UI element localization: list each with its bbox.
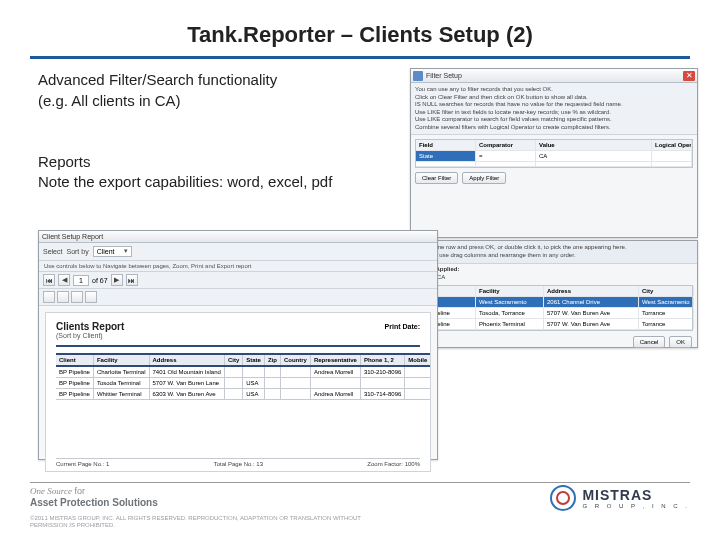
cell: Torrance — [639, 319, 694, 329]
cell: 5707 W. Van Buren Ave — [544, 319, 639, 329]
tagline-em: One Source — [30, 486, 72, 496]
results-grid-header: Client Facility Address City — [416, 286, 692, 297]
cell-value[interactable]: CA — [536, 151, 652, 161]
report-table-row: BP PipelineWhittier Terminal6303 W. Van … — [56, 389, 431, 400]
help-line: IS NULL searches for records that have n… — [415, 101, 693, 109]
help-line: Combine several filters with Logical Ope… — [415, 124, 693, 132]
close-icon[interactable]: ✕ — [683, 71, 695, 81]
ok-button[interactable]: OK — [669, 336, 692, 348]
col-field: Field — [416, 140, 476, 150]
cell: Tosoda, Torrance — [476, 308, 544, 318]
cell-comparator[interactable]: = — [476, 151, 536, 161]
col-city: City — [639, 286, 694, 296]
page-number-input[interactable] — [73, 275, 89, 286]
filter-grid-header: Field Comparator Value Logical Operator — [416, 140, 692, 151]
results-window: Select one row and press OK, or double c… — [410, 240, 698, 348]
results-grid-row[interactable]: West Sacramento 2061 Channel Drive West … — [416, 297, 692, 308]
page-of-label: of 67 — [92, 277, 108, 284]
help-line: Use LIKE comparator to search for field … — [415, 116, 693, 124]
title-rule — [30, 56, 690, 59]
res-instr2: You can use drag columns and rearrange t… — [416, 252, 692, 260]
slide-title: Tank.Reporter – Clients Setup (2) — [0, 0, 720, 56]
th-rep: Representative — [310, 354, 360, 366]
filter-titlebar[interactable]: Filter Setup ✕ — [411, 69, 697, 83]
filters-applied-value: State = CA — [411, 274, 697, 283]
cell-logop[interactable] — [652, 151, 692, 161]
report-window-title: Client Setup Report — [42, 233, 103, 240]
mistras-sub: G R O U P , I N C . — [582, 503, 690, 509]
report-nav-bar: ⏮ ◀ of 67 ▶ ⏭ — [39, 272, 437, 289]
next-page-icon[interactable]: ▶ — [111, 274, 123, 286]
results-instructions: Select one row and press OK, or double c… — [411, 241, 697, 264]
export-pdf-icon[interactable] — [85, 291, 97, 303]
col-address: Address — [544, 286, 639, 296]
sort-select[interactable]: Client — [93, 246, 132, 257]
results-grid[interactable]: Client Facility Address City West Sacram… — [415, 285, 693, 331]
filter-help-text: You can use any to filter records that y… — [411, 83, 697, 135]
cell: 2061 Channel Drive — [544, 297, 639, 307]
results-grid-row[interactable]: BP Pipeline Tosoda, Torrance 5707 W. Van… — [416, 308, 692, 319]
cell: Phoenix Terminal — [476, 319, 544, 329]
cancel-button[interactable]: Cancel — [633, 336, 666, 348]
report-titlebar[interactable]: Client Setup Report — [39, 231, 437, 243]
report-instructions: Use controls below to Navigate between p… — [39, 261, 437, 272]
mistras-ring-icon — [550, 485, 576, 511]
report-title: Clients Report — [56, 321, 420, 332]
footer-current-page: Current Page No.: 1 — [56, 461, 109, 467]
cell-field[interactable]: State — [416, 151, 476, 161]
tagline-rest: for — [72, 486, 85, 496]
apply-filter-button[interactable]: Apply Filter — [462, 172, 506, 184]
report-table-row: BP PipelineTosoda Terminal5707 W. Van Bu… — [56, 378, 431, 389]
filter-app-icon — [413, 71, 423, 81]
brand-band: One Source for Asset Protection Solution… — [0, 482, 720, 540]
print-icon[interactable] — [43, 291, 55, 303]
prev-page-icon[interactable]: ◀ — [58, 274, 70, 286]
report-table-row: BP PipelineCharlotte Terminal7401 Old Mo… — [56, 366, 431, 378]
filter-grid-row[interactable]: State = CA — [416, 151, 692, 162]
filter-grid[interactable]: Field Comparator Value Logical Operator … — [415, 139, 693, 168]
th-country: Country — [280, 354, 310, 366]
report-page: Clients Report (Sort by Client) Print Da… — [45, 312, 431, 472]
report-rule — [56, 345, 420, 347]
filter-setup-window: Filter Setup ✕ You can use any to filter… — [410, 68, 698, 238]
sort-label: Sort by — [66, 248, 88, 255]
report-footer: Current Page No.: 1 Total Page No.: 13 Z… — [56, 458, 420, 467]
help-line: You can use any to filter records that y… — [415, 86, 693, 94]
filter-buttons: Clear Filter Apply Filter — [411, 172, 697, 187]
clear-filter-button[interactable]: Clear Filter — [415, 172, 458, 184]
report-table: Client Facility Address City State Zip C… — [56, 353, 431, 400]
col-value: Value — [536, 140, 652, 150]
footer-zoom: Zoom Factor: 100% — [367, 461, 420, 467]
cell: Torrance — [639, 308, 694, 318]
filter-grid-row-empty[interactable] — [416, 162, 692, 167]
cell: West Sacramento — [476, 297, 544, 307]
help-line: Click on Clear Filter and then click on … — [415, 94, 693, 102]
last-page-icon[interactable]: ⏭ — [126, 274, 138, 286]
report-toolbar: Select Sort by Client — [39, 243, 437, 261]
select-label: Select — [43, 248, 62, 255]
footer-total-pages: Total Page No.: 13 — [214, 461, 263, 467]
th-client: Client — [56, 354, 93, 366]
mistras-logo: MISTRAS G R O U P , I N C . — [550, 485, 690, 511]
export-word-icon[interactable] — [57, 291, 69, 303]
th-city: City — [224, 354, 242, 366]
col-comparator: Comparator — [476, 140, 536, 150]
print-date-label: Print Date: — [385, 323, 420, 330]
report-export-icons — [39, 289, 437, 306]
filters-applied-label: Filters Applied: — [411, 264, 697, 274]
th-zip: Zip — [264, 354, 280, 366]
tagline: One Source for Asset Protection Solution… — [30, 487, 158, 509]
res-instr1: Select one row and press OK, or double c… — [416, 244, 692, 252]
brand-rule — [30, 482, 690, 483]
filter-title: Filter Setup — [426, 72, 683, 79]
export-excel-icon[interactable] — [71, 291, 83, 303]
col-facility: Facility — [476, 286, 544, 296]
col-logop: Logical Operator — [652, 140, 692, 150]
results-grid-row[interactable]: BP Pipeline Phoenix Terminal 5707 W. Van… — [416, 319, 692, 330]
th-mobile: Mobile — [405, 354, 431, 366]
mistras-name: MISTRAS — [582, 487, 690, 503]
first-page-icon[interactable]: ⏮ — [43, 274, 55, 286]
help-line: Use LIKE filter in text fields to locate… — [415, 109, 693, 117]
cell: West Sacramento — [639, 297, 694, 307]
report-viewer-window: Client Setup Report Select Sort by Clien… — [38, 230, 438, 460]
